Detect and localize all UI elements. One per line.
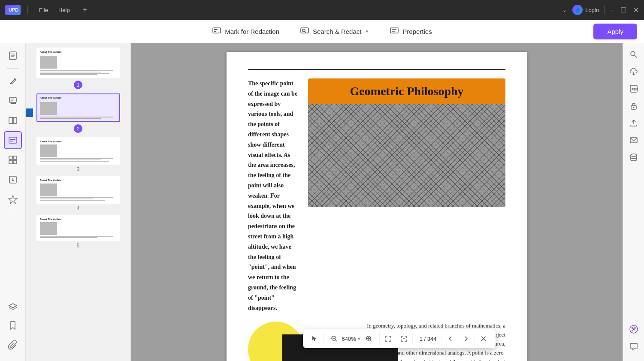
sidebar-icon-attachment[interactable]: [4, 336, 22, 354]
sidebar-icon-pages[interactable]: [4, 111, 22, 129]
geo-philosophy-card: Geometric Philosophy: [308, 78, 505, 207]
svg-marker-32: [9, 196, 17, 204]
right-icon-pdf-a[interactable]: PDF/A: [626, 81, 641, 96]
properties-icon: [390, 26, 399, 37]
sidebar-icon-annotate[interactable]: [4, 92, 22, 110]
chevron-down-icon[interactable]: ⌄: [562, 6, 567, 13]
add-tab-button[interactable]: +: [83, 6, 88, 15]
zoom-out-button[interactable]: [327, 332, 341, 346]
sidebar-icon-layers[interactable]: [4, 297, 22, 315]
svg-rect-29: [13, 160, 17, 164]
svg-rect-10: [390, 28, 398, 33]
svg-point-41: [631, 154, 637, 156]
fit-to-page-button[interactable]: [381, 332, 395, 346]
apply-button[interactable]: Apply: [593, 24, 637, 39]
svg-text:👤: 👤: [575, 8, 581, 13]
thumb-image-placeholder-2: [40, 102, 57, 115]
prev-page-button[interactable]: [444, 332, 457, 346]
svg-point-8: [302, 29, 305, 32]
next-page-button[interactable]: [459, 332, 473, 346]
page-badge-1: 1: [74, 81, 82, 89]
pdf-view[interactable]: Geometric Philosophy The specific point …: [131, 43, 623, 361]
close-button[interactable]: ✕: [633, 6, 639, 14]
login-label: Login: [585, 7, 599, 13]
window-controls: – ☐ ✕: [610, 6, 639, 14]
page-label-3: 3: [77, 166, 80, 172]
right-icon-chat[interactable]: [626, 339, 641, 354]
sidebar-bottom: [4, 297, 22, 358]
page-label-5: 5: [77, 243, 80, 249]
right-icon-database[interactable]: [626, 150, 641, 165]
mark-for-redaction-label: Mark for Redaction: [225, 28, 279, 35]
svg-rect-23: [9, 137, 17, 143]
svg-point-46: [634, 330, 636, 331]
bottom-toolbar: 640% ▼ 1 / 344: [303, 329, 496, 348]
geo-card-title: Geometric Philosophy: [317, 84, 497, 98]
menu-file[interactable]: File: [35, 5, 52, 15]
minimize-button[interactable]: –: [610, 6, 614, 14]
svg-line-35: [635, 55, 637, 57]
page-label-4: 4: [77, 205, 80, 211]
thumb-title-4: About The Author: [40, 178, 117, 182]
redaction-icon: [212, 26, 221, 37]
left-sidebar: [0, 43, 26, 361]
right-sidebar-bottom: [626, 322, 641, 358]
search-redact-button[interactable]: Search & Redact ▼: [291, 22, 378, 41]
mark-for-redaction-button[interactable]: Mark for Redaction: [203, 22, 288, 41]
thumbnail-page-4[interactable]: About The Author 4: [33, 176, 123, 211]
right-icon-palette[interactable]: [626, 322, 641, 337]
sidebar-sep2: [6, 212, 19, 212]
svg-marker-33: [26, 105, 33, 120]
thumb-title-2: About The Author: [40, 96, 117, 99]
thumb-img-2: About The Author: [36, 93, 120, 121]
bottom-sep2: [475, 334, 475, 344]
svg-rect-13: [9, 52, 16, 60]
menu-help[interactable]: Help: [54, 5, 74, 15]
thumb-title-3: About The Author: [40, 140, 117, 143]
sidebar-icon-bookmark[interactable]: [4, 316, 22, 334]
thumbnail-page-1[interactable]: About The Author: [33, 48, 123, 90]
properties-button[interactable]: Properties: [381, 22, 440, 41]
svg-point-43: [632, 327, 633, 329]
sidebar-icon-redact[interactable]: [4, 131, 22, 149]
page-arrow-indicator: [26, 104, 33, 123]
svg-point-45: [632, 330, 633, 331]
cursor-tool-button[interactable]: [308, 332, 322, 346]
maximize-button[interactable]: ☐: [620, 6, 626, 14]
right-icon-upload[interactable]: [626, 115, 641, 131]
search-redact-icon: [300, 26, 309, 37]
thumb-img-1: About The Author: [36, 48, 120, 78]
right-icon-search[interactable]: [626, 47, 641, 62]
thumbnail-page-5[interactable]: About The Author 5: [33, 215, 123, 249]
right-icon-cloud-save[interactable]: [626, 64, 641, 79]
right-icon-lock[interactable]: [626, 98, 641, 114]
actual-size-button[interactable]: [397, 332, 411, 346]
search-redact-label: Search & Redact: [313, 28, 361, 35]
pdf-page: Geometric Philosophy The specific point …: [227, 52, 527, 361]
sidebar-icon-ai[interactable]: [4, 190, 22, 208]
sidebar-icon-compress[interactable]: [4, 151, 22, 169]
search-redact-chevron-icon[interactable]: ▼: [365, 29, 369, 34]
svg-rect-27: [13, 156, 17, 159]
close-toolbar-button[interactable]: [477, 332, 490, 346]
titlebar: UPDF File Help + ⌄ 👤 Login – ☐ ✕: [0, 0, 644, 20]
zoom-chevron-icon[interactable]: ▼: [357, 337, 361, 341]
svg-rect-7: [301, 28, 308, 33]
thumbnail-page-2[interactable]: About The Author 2: [33, 93, 123, 133]
sidebar-icon-reader[interactable]: [4, 47, 22, 65]
login-button[interactable]: 👤 Login: [572, 5, 599, 15]
sidebar-icon-extract[interactable]: [4, 171, 22, 189]
right-icon-mail[interactable]: [626, 132, 641, 148]
thumbnail-page-3[interactable]: About The Author: [33, 137, 123, 172]
zoom-in-button[interactable]: [362, 332, 376, 346]
svg-rect-28: [9, 160, 12, 164]
svg-line-54: [370, 340, 372, 341]
thumb-img-3: About The Author: [36, 137, 120, 165]
sidebar-icon-edit[interactable]: [4, 72, 22, 90]
svg-rect-6: [214, 31, 216, 32]
menu-bar: File Help: [35, 5, 74, 15]
thumbnail-panel[interactable]: About The Author: [26, 43, 131, 361]
thumb-title-5: About The Author: [40, 217, 117, 221]
page-top-line: [248, 69, 505, 70]
app-logo[interactable]: UPDF: [5, 5, 21, 15]
